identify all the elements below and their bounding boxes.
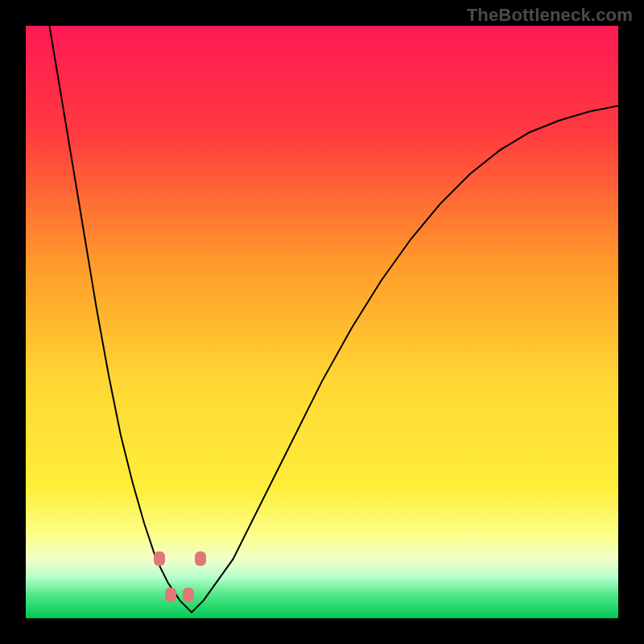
curve-marker [165, 588, 176, 602]
plot-area [26, 26, 618, 618]
background-gradient [26, 26, 618, 618]
curve-marker [154, 551, 165, 566]
curve-marker [195, 551, 206, 566]
chart-canvas: TheBottleneck.com [0, 0, 644, 644]
svg-rect-0 [26, 26, 618, 618]
curve-marker [183, 588, 194, 602]
watermark-text: TheBottleneck.com [467, 5, 633, 26]
